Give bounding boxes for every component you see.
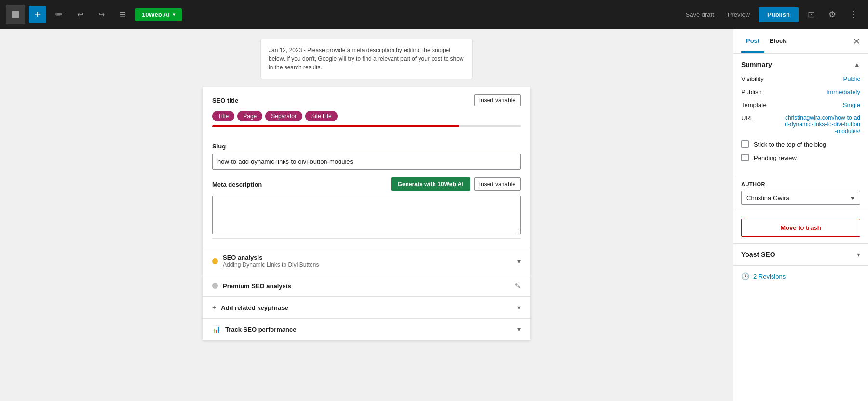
meta-description-row: Meta description Generate with 10Web AI … bbox=[212, 177, 521, 191]
notice-date: Jan 12, 2023 - bbox=[269, 47, 306, 53]
generate-with-10web-button[interactable]: Generate with 10Web AI bbox=[391, 177, 470, 191]
url-value[interactable]: christinagwira.com/how-to-add-dynamic-li… bbox=[783, 114, 860, 134]
tab-post[interactable]: Post bbox=[741, 30, 764, 53]
stick-to-top-checkbox[interactable] bbox=[741, 140, 749, 148]
revisions-row[interactable]: 🕐 2 Revisions bbox=[741, 272, 860, 280]
seo-title-insert-variable-button[interactable]: Insert variable bbox=[474, 94, 521, 106]
publish-label: Publish bbox=[741, 88, 762, 95]
seo-title-section: SEO title Insert variable Title Page Sep… bbox=[203, 87, 530, 143]
seo-title-row: SEO title Insert variable bbox=[212, 94, 521, 106]
seo-analysis-left: SEO analysis Adding Dynamic Links to Div… bbox=[212, 254, 319, 268]
track-seo-title: Track SEO performance bbox=[225, 326, 296, 333]
seo-analysis-accordion[interactable]: SEO analysis Adding Dynamic Links to Div… bbox=[203, 247, 530, 275]
template-row: Template Single bbox=[741, 101, 860, 108]
revisions-section: 🕐 2 Revisions bbox=[733, 266, 868, 287]
list-view-button[interactable]: ☰ bbox=[114, 6, 131, 23]
content-area: Jan 12, 2023 - Please provide a meta des… bbox=[0, 29, 733, 401]
seo-analysis-title: SEO analysis bbox=[223, 254, 319, 261]
tab-block[interactable]: Block bbox=[764, 30, 791, 53]
summary-collapse-button[interactable]: ▲ bbox=[854, 61, 860, 68]
pending-review-label: Pending review bbox=[754, 154, 797, 161]
track-seo-left: 📊 Track SEO performance bbox=[212, 325, 296, 333]
visibility-label: Visibility bbox=[741, 75, 764, 82]
author-select[interactable]: Christina Gwira bbox=[741, 191, 860, 205]
premium-seo-dot bbox=[212, 283, 218, 289]
premium-seo-left: Premium SEO analysis bbox=[212, 282, 291, 290]
seo-title-label: SEO title bbox=[212, 97, 238, 104]
svg-rect-0 bbox=[12, 11, 19, 18]
meta-description-char-bar bbox=[212, 238, 521, 239]
add-keyphrase-accordion[interactable]: + Add related keyphrase ▾ bbox=[203, 296, 530, 318]
slug-section: Slug bbox=[203, 143, 530, 177]
settings-toggle-button[interactable]: ⊡ bbox=[802, 6, 820, 23]
meta-description-buttons: Generate with 10Web AI Insert variable bbox=[391, 177, 521, 191]
edit-mode-button[interactable]: ✏ bbox=[50, 6, 68, 23]
seo-title-progress-bar bbox=[212, 125, 521, 127]
more-menu-button[interactable]: ⋮ bbox=[845, 6, 862, 23]
main-layout: Jan 12, 2023 - Please provide a meta des… bbox=[0, 29, 868, 401]
yoast-seo-title: Yoast SEO bbox=[741, 251, 775, 258]
url-label: URL bbox=[741, 114, 754, 121]
pending-review-checkbox[interactable] bbox=[741, 154, 749, 161]
publish-row: Publish Immediately bbox=[741, 88, 860, 95]
slug-label: Slug bbox=[212, 143, 521, 150]
seo-analysis-chevron-icon: ▾ bbox=[517, 257, 521, 265]
meta-description-notice: Jan 12, 2023 - Please provide a meta des… bbox=[260, 39, 473, 79]
add-keyphrase-title: Add related keyphrase bbox=[221, 304, 288, 311]
wp-logo[interactable] bbox=[6, 5, 25, 24]
revisions-clock-icon: 🕐 bbox=[741, 272, 749, 280]
slug-input[interactable] bbox=[212, 154, 521, 170]
template-label: Template bbox=[741, 101, 767, 108]
publish-button[interactable]: Publish bbox=[759, 7, 799, 22]
summary-header: Summary ▲ bbox=[741, 61, 860, 68]
url-row: URL christinagwira.com/how-to-add-dynami… bbox=[741, 114, 860, 134]
redo-button[interactable]: ↪ bbox=[93, 6, 110, 23]
sidebar-tabs: Post Block bbox=[741, 30, 791, 53]
meta-description-textarea[interactable] bbox=[212, 196, 521, 234]
meta-description-section: Meta description Generate with 10Web AI … bbox=[203, 177, 530, 247]
add-keyphrase-left: + Add related keyphrase bbox=[212, 304, 288, 311]
chevron-down-icon: ▾ bbox=[173, 12, 175, 17]
author-label: AUTHOR bbox=[741, 181, 860, 187]
premium-seo-accordion[interactable]: Premium SEO analysis ✎ bbox=[203, 275, 530, 296]
editor-panel: SEO title Insert variable Title Page Sep… bbox=[203, 87, 530, 340]
yoast-seo-header[interactable]: Yoast SEO ▾ bbox=[741, 251, 860, 258]
add-keyphrase-chevron-icon: ▾ bbox=[517, 304, 521, 311]
seo-analysis-text: SEO analysis Adding Dynamic Links to Div… bbox=[223, 254, 319, 268]
10web-ai-button[interactable]: 10Web AI ▾ bbox=[135, 8, 182, 21]
stick-to-top-label: Stick to the top of the blog bbox=[754, 141, 826, 148]
stick-to-top-row: Stick to the top of the blog bbox=[741, 140, 860, 148]
right-sidebar: Post Block ✕ Summary ▲ Visibility Public… bbox=[733, 29, 868, 401]
track-seo-chevron-icon: ▾ bbox=[517, 325, 521, 333]
add-block-button[interactable]: + bbox=[29, 6, 46, 23]
revisions-label: 2 Revisions bbox=[753, 273, 786, 280]
10web-ai-label: 10Web AI bbox=[142, 11, 170, 18]
seo-tag-page[interactable]: Page bbox=[237, 111, 262, 121]
template-value[interactable]: Single bbox=[843, 101, 860, 108]
seo-title-tags: Title Page Separator Site title bbox=[212, 111, 521, 121]
track-seo-right: ▾ bbox=[517, 325, 521, 333]
track-seo-chart-icon: 📊 bbox=[212, 325, 220, 333]
summary-title: Summary bbox=[741, 61, 772, 68]
summary-section: Summary ▲ Visibility Public Publish Imme… bbox=[733, 54, 868, 174]
add-keyphrase-right: ▾ bbox=[517, 304, 521, 311]
premium-seo-edit-button[interactable]: ✎ bbox=[515, 282, 521, 290]
track-seo-accordion[interactable]: 📊 Track SEO performance ▾ bbox=[203, 318, 530, 340]
meta-desc-insert-variable-button[interactable]: Insert variable bbox=[474, 177, 521, 191]
save-draft-button[interactable]: Save draft bbox=[681, 8, 719, 21]
seo-analysis-subtitle: Adding Dynamic Links to Divi Buttons bbox=[223, 261, 319, 268]
preview-button[interactable]: Preview bbox=[723, 8, 755, 21]
visibility-value[interactable]: Public bbox=[843, 75, 860, 82]
close-sidebar-button[interactable]: ✕ bbox=[853, 36, 860, 47]
undo-button[interactable]: ↩ bbox=[71, 6, 89, 23]
tools-button[interactable]: ⚙ bbox=[824, 6, 841, 23]
premium-seo-right: ✎ bbox=[515, 282, 521, 290]
seo-tag-title[interactable]: Title bbox=[212, 111, 234, 121]
seo-tag-site-title[interactable]: Site title bbox=[305, 111, 338, 121]
seo-tag-separator[interactable]: Separator bbox=[265, 111, 302, 121]
seo-analysis-status-dot bbox=[212, 258, 218, 264]
yoast-seo-chevron-icon: ▾ bbox=[857, 251, 860, 258]
premium-seo-title: Premium SEO analysis bbox=[223, 282, 291, 290]
publish-value[interactable]: Immediately bbox=[827, 88, 860, 95]
move-to-trash-button[interactable]: Move to trash bbox=[741, 219, 860, 237]
